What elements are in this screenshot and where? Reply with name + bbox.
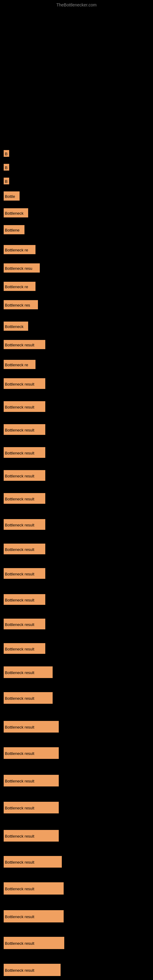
bottleneck-result-item: Bottleneck result [4, 882, 64, 894]
bottleneck-result-item: Bottleneck result [4, 775, 59, 786]
bottleneck-result-item: Bottleneck result [4, 856, 62, 868]
bottleneck-result-item: Bottleneck result [4, 619, 45, 629]
bottleneck-result-item: Bottleneck result [4, 493, 45, 504]
bottleneck-result-item: Bottleneck result [4, 937, 64, 949]
bottleneck-result-item: Bottleneck result [4, 470, 45, 481]
bottleneck-result-item: Bottleneck result [4, 692, 53, 704]
bottleneck-result-item: Bottleneck result [4, 401, 45, 412]
bottleneck-result-item: Bottleneck re [4, 282, 35, 291]
bottleneck-result-item: Bottleneck result [4, 910, 64, 923]
bottleneck-result-item: Bottleneck resu [4, 263, 40, 272]
bottleneck-result-item: Bottle [4, 191, 19, 200]
bottleneck-result-item: Bottleneck result [4, 802, 59, 813]
bottleneck-result-item: Bottleneck result [4, 378, 45, 389]
bottleneck-result-item: Bottleneck result [4, 447, 45, 458]
bottleneck-result-item: Bottleneck result [4, 721, 59, 733]
bottleneck-result-item: Bottleneck result [4, 964, 61, 976]
bottleneck-result-item: Bottlene [4, 225, 24, 234]
bottleneck-result-item: Bottleneck res [4, 300, 38, 309]
bottleneck-result-item: Bottleneck result [4, 747, 59, 759]
site-title: TheBottlenecker.com [56, 2, 97, 7]
bottleneck-result-item: B [4, 150, 9, 157]
bottleneck-result-item: Bottleneck re [4, 245, 35, 254]
bottleneck-result-item: Bottleneck result [4, 340, 45, 349]
bottleneck-result-item: Bottleneck result [4, 594, 45, 605]
bottleneck-result-item: B [4, 178, 9, 185]
bottleneck-result-item: Bottleneck result [4, 544, 45, 554]
bottleneck-result-item: Bottleneck [4, 321, 28, 331]
bottleneck-result-item: Bottleneck result [4, 568, 45, 579]
bottleneck-result-item: Bottleneck result [4, 667, 53, 678]
bottleneck-result-item: Bottleneck [4, 208, 28, 218]
bottleneck-result-item: Bottleneck result [4, 643, 45, 654]
bottleneck-result-item: Bottleneck re [4, 360, 35, 369]
bottleneck-result-item: B [4, 164, 9, 170]
bottleneck-result-item: Bottleneck result [4, 519, 45, 530]
bottleneck-result-item: Bottleneck result [4, 424, 45, 435]
bottleneck-result-item: Bottleneck result [4, 830, 59, 842]
